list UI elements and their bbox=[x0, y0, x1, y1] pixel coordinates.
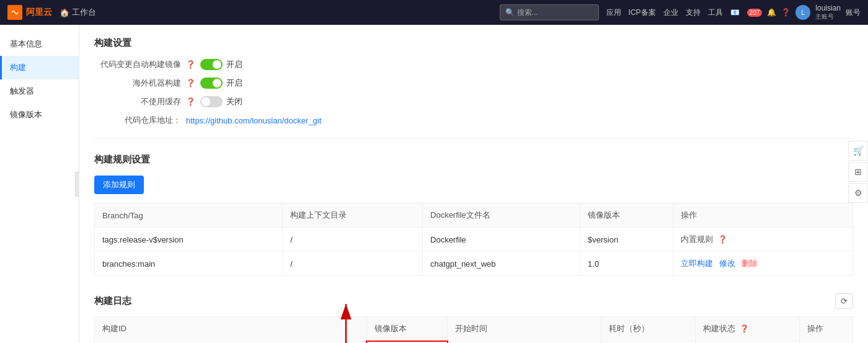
overseas-track[interactable] bbox=[200, 78, 223, 89]
log-col-operations: 操作 bbox=[799, 317, 852, 342]
delete-rule-link[interactable]: 删除 bbox=[742, 258, 758, 269]
sidebar-item-basic-info[interactable]: 基本信息 bbox=[0, 32, 79, 56]
nav-enterprise[interactable]: 企业 bbox=[663, 7, 678, 18]
breadcrumb-label[interactable]: 工作台 bbox=[72, 7, 96, 18]
user-info: louisian 主账号 bbox=[815, 4, 841, 21]
table-row: tags:release-v$version / Dockerfile $ver… bbox=[95, 228, 853, 252]
col-operations: 操作 bbox=[673, 203, 852, 228]
sidebar-item-build[interactable]: 构建 bbox=[0, 56, 79, 79]
nav-message[interactable]: 📧 bbox=[730, 8, 740, 17]
auto-rebuild-help-icon[interactable]: ❓ bbox=[186, 60, 195, 69]
sidebar-item-label: 构建 bbox=[10, 63, 26, 72]
sidebar-item-image-version[interactable]: 镜像版本 bbox=[0, 103, 79, 127]
sidebar-item-label: 基本信息 bbox=[10, 39, 42, 48]
build-rules-title: 构建规则设置 bbox=[94, 154, 853, 166]
rule-branch-tag-0: tags:release-v$version bbox=[95, 228, 283, 252]
search-box[interactable]: 🔍 搜索... bbox=[500, 4, 599, 20]
rule-context-dir-0: / bbox=[283, 228, 423, 252]
rule-dockerfile-0: Dockerfile bbox=[423, 228, 580, 252]
overseas-toggle[interactable]: 开启 bbox=[200, 78, 242, 89]
user-area: 207 🔔 ❓ L louisian 主账号 账号 bbox=[747, 4, 861, 21]
log-col-status: 构建状态 ❓ bbox=[696, 317, 799, 342]
rule-image-version-1: 1.0 bbox=[580, 252, 673, 276]
rule-branch-tag-1: branches:main bbox=[95, 252, 283, 276]
overseas-help-icon[interactable]: ❓ bbox=[186, 79, 195, 87]
no-cache-label: 不使用缓存 bbox=[94, 96, 181, 107]
grid-tool-button[interactable]: ⊞ bbox=[848, 162, 868, 182]
build-log-title: 构建日志 bbox=[94, 295, 131, 307]
sidebar-item-label: 触发器 bbox=[10, 86, 34, 96]
edit-rule-link[interactable]: 修改 bbox=[719, 258, 735, 269]
search-placeholder: 搜索... bbox=[517, 7, 538, 18]
repo-url-row: 代码仓库地址： https://github.com/lonuslan/dock… bbox=[94, 115, 853, 126]
avatar[interactable]: L bbox=[795, 5, 810, 20]
no-cache-track[interactable] bbox=[200, 96, 223, 107]
home-icon: 🏠 bbox=[60, 8, 69, 17]
build-settings-title: 构建设置 bbox=[94, 37, 853, 49]
overseas-row: 海外机器构建 ❓ 开启 bbox=[94, 78, 853, 89]
builtin-rule-label: 内置规则 bbox=[681, 234, 713, 244]
rule-ops-1: 立即构建 修改 删除 bbox=[673, 252, 852, 276]
no-cache-row: 不使用缓存 ❓ 关闭 bbox=[94, 96, 853, 107]
overseas-thumb bbox=[213, 79, 221, 87]
breadcrumb: 🏠 工作台 bbox=[60, 7, 96, 18]
overseas-label: 海外机器构建 bbox=[94, 78, 181, 89]
rule-dockerfile-1: chatgpt_next_web bbox=[423, 252, 580, 276]
sidebar-item-label: 镜像版本 bbox=[10, 110, 42, 119]
log-col-duration: 耗时（秒） bbox=[601, 317, 695, 342]
logo[interactable]: 阿里云 bbox=[7, 5, 52, 20]
repo-url-link[interactable]: https://github.com/lonuslan/docker_git bbox=[186, 116, 321, 125]
col-dockerfile: Dockerfile文件名 bbox=[423, 203, 580, 228]
no-cache-status: 关闭 bbox=[226, 96, 242, 107]
auto-rebuild-toggle[interactable]: 开启 bbox=[200, 59, 242, 70]
nav-links: 应用 ICP备案 企业 支持 工具 📧 bbox=[606, 7, 740, 18]
log-col-build-id: 构建ID bbox=[95, 317, 367, 342]
col-branch-tag: Branch/Tag bbox=[95, 203, 283, 228]
nav-icp[interactable]: ICP备案 bbox=[629, 7, 656, 18]
build-log-section: 构建日志 ⟳ 构建ID 镜像版本 开始时间 耗时（秒） 构建状态 ❓ 操作 bbox=[94, 293, 853, 343]
right-toolbar: 🛒 ⊞ ⚙ bbox=[848, 141, 868, 203]
nav-apps[interactable]: 应用 bbox=[606, 7, 621, 18]
repo-url-label: 代码仓库地址： bbox=[94, 115, 181, 126]
build-rules-table: Branch/Tag 构建上下文目录 Dockerfile文件名 镜像版本 操作… bbox=[94, 203, 853, 276]
user-subtitle: 主账号 bbox=[815, 12, 841, 21]
top-navigation: 阿里云 🏠 工作台 🔍 搜索... 应用 ICP备案 企业 支持 工具 📧 20… bbox=[0, 0, 868, 25]
status-col-help-icon[interactable]: ❓ bbox=[740, 324, 749, 333]
avatar-initial: L bbox=[802, 9, 805, 16]
builtin-rule-help-icon[interactable]: ❓ bbox=[718, 235, 727, 244]
no-cache-help-icon[interactable]: ❓ bbox=[186, 97, 195, 106]
rule-image-version-0: $version bbox=[580, 228, 673, 252]
refresh-button[interactable]: ⟳ bbox=[835, 293, 853, 309]
sidebar: 基本信息 构建 触发器 镜像版本 ‹ bbox=[0, 25, 79, 343]
build-log-table: 构建ID 镜像版本 开始时间 耗时（秒） 构建状态 ❓ 操作 9d8f4df6-… bbox=[94, 316, 853, 343]
nav-support[interactable]: 支持 bbox=[686, 7, 701, 18]
auto-rebuild-status: 开启 bbox=[226, 59, 242, 70]
auto-rebuild-label: 代码变更自动构建镜像 bbox=[94, 59, 181, 70]
col-image-version: 镜像版本 bbox=[580, 203, 673, 228]
auto-rebuild-thumb bbox=[213, 60, 221, 69]
add-rule-button[interactable]: 添加规则 bbox=[94, 176, 144, 194]
table-row: branches:main / chatgpt_next_web 1.0 立即构… bbox=[95, 252, 853, 276]
logo-text: 阿里云 bbox=[26, 7, 52, 18]
cart-tool-button[interactable]: 🛒 bbox=[848, 141, 868, 161]
no-cache-toggle[interactable]: 关闭 bbox=[200, 96, 242, 107]
status-col-label: 构建状态 bbox=[703, 324, 735, 333]
build-settings-section: 构建设置 代码变更自动构建镜像 ❓ 开启 海外机器构建 ❓ bbox=[94, 37, 853, 126]
build-now-link[interactable]: 立即构建 bbox=[681, 258, 713, 269]
rule-context-dir-1: / bbox=[283, 252, 423, 276]
auto-rebuild-track[interactable] bbox=[200, 59, 223, 70]
nav-tools[interactable]: 工具 bbox=[708, 7, 723, 18]
build-rules-section: 构建规则设置 添加规则 Branch/Tag 构建上下文目录 Dockerfil… bbox=[94, 154, 853, 276]
username: louisian bbox=[815, 4, 841, 12]
main-content: 构建设置 代码变更自动构建镜像 ❓ 开启 海外机器构建 ❓ bbox=[79, 25, 868, 343]
auto-rebuild-row: 代码变更自动构建镜像 ❓ 开启 bbox=[94, 59, 853, 70]
help-icon[interactable]: ❓ bbox=[781, 8, 790, 17]
rule-ops-0: 内置规则 ❓ bbox=[673, 228, 852, 252]
settings-tool-button[interactable]: ⚙ bbox=[848, 183, 868, 203]
account-label[interactable]: 账号 bbox=[846, 7, 861, 18]
logo-icon bbox=[7, 5, 22, 20]
sidebar-item-trigger[interactable]: 触发器 bbox=[0, 79, 79, 103]
log-col-start-time: 开始时间 bbox=[448, 317, 601, 342]
notification-icon[interactable]: 🔔 bbox=[767, 8, 776, 17]
log-col-image-version: 镜像版本 bbox=[366, 317, 447, 342]
